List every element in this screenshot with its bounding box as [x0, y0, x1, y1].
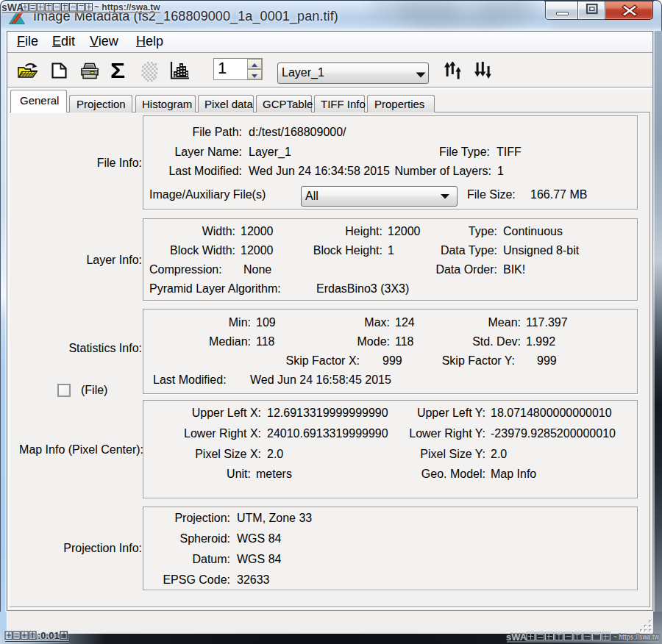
- svg-text:sWA: sWA: [1, 1, 24, 13]
- svg-text:sWA: sWA: [506, 632, 527, 643]
- svg-text::0.01: :0.01: [38, 630, 60, 641]
- svg-text:~ https://swa.tw: ~ https://swa.tw: [613, 632, 660, 641]
- svg-text:~ https://swa.tw: ~ https://swa.tw: [94, 2, 160, 12]
